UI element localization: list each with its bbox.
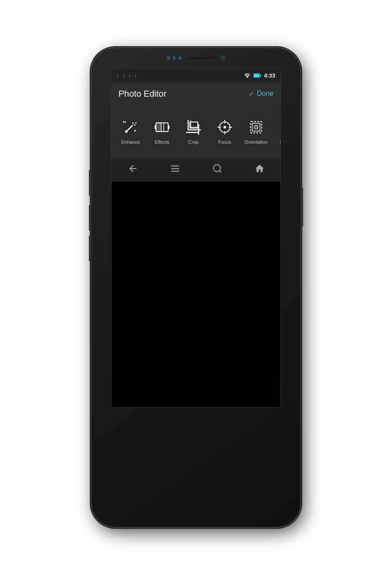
download-icon-3: ↓ <box>128 73 131 78</box>
svg-rect-18 <box>155 125 156 129</box>
effects-icon <box>152 118 172 137</box>
enhance-icon <box>121 118 140 137</box>
enhance-label: Enhance <box>121 139 140 145</box>
indicator-dots <box>167 56 182 60</box>
tool-effects[interactable]: Effects <box>146 114 178 148</box>
focus-label: Focus <box>218 139 231 145</box>
brightness-icon <box>278 118 280 137</box>
download-icon-1: ↓ <box>117 73 119 78</box>
battery-icon <box>253 73 261 78</box>
svg-point-0 <box>247 77 248 78</box>
download-icon-2: ↓ <box>123 73 125 78</box>
check-icon: ✓ <box>249 90 254 98</box>
screen: ↓ ↓ ↓ ↓ 4:33 <box>111 68 281 408</box>
tool-focus[interactable]: Focus <box>209 114 240 148</box>
svg-line-48 <box>219 170 221 172</box>
dot-1 <box>167 56 170 60</box>
done-button[interactable]: ✓ Done <box>249 90 274 98</box>
phone-device: ↓ ↓ ↓ ↓ 4:33 <box>91 48 301 527</box>
svg-point-13 <box>135 122 137 124</box>
dot-3 <box>178 56 182 60</box>
svg-rect-19 <box>168 125 169 129</box>
svg-point-7 <box>125 130 128 133</box>
dot-2 <box>172 56 176 60</box>
svg-rect-3 <box>254 74 259 77</box>
orientation-icon <box>247 118 266 137</box>
tool-enhance[interactable]: Enhance <box>115 114 146 148</box>
phone-top-chrome <box>91 48 301 68</box>
status-left: ↓ ↓ ↓ ↓ <box>117 73 137 78</box>
svg-point-28 <box>223 126 226 129</box>
focus-icon <box>215 118 234 137</box>
nav-bar <box>112 157 280 182</box>
done-label: Done <box>257 90 274 98</box>
brightness-label: Brigh... <box>280 139 280 145</box>
home-button[interactable] <box>247 160 272 180</box>
front-camera <box>221 56 225 60</box>
clock: 4:33 <box>264 72 275 79</box>
tool-orientation[interactable]: Orientation <box>240 114 272 148</box>
crop-label: Crop <box>188 139 199 145</box>
phone-bottom-chrome <box>91 408 301 427</box>
crop-icon <box>184 118 203 137</box>
svg-rect-2 <box>260 74 261 76</box>
status-bar: ↓ ↓ ↓ ↓ 4:33 <box>112 68 280 82</box>
svg-rect-15 <box>156 123 161 132</box>
search-button[interactable] <box>205 160 230 180</box>
back-button[interactable] <box>121 160 145 180</box>
svg-point-12 <box>125 122 126 123</box>
tool-brightness[interactable]: Brigh... <box>272 114 280 148</box>
tool-crop[interactable]: Crop <box>178 114 209 148</box>
app-title: Photo Editor <box>118 89 166 99</box>
speaker-area <box>167 56 225 60</box>
toolbar: Enhance Effects <box>112 105 280 157</box>
menu-button[interactable] <box>163 160 187 180</box>
app-bar: Photo Editor ✓ Done <box>112 82 280 105</box>
wifi-icon <box>244 73 251 78</box>
effects-label: Effects <box>155 139 169 145</box>
speaker-grille <box>186 56 216 60</box>
orientation-label: Orientation <box>244 139 268 145</box>
download-icon-4: ↓ <box>135 73 137 78</box>
status-right: 4:33 <box>244 72 275 79</box>
svg-point-47 <box>213 165 220 172</box>
